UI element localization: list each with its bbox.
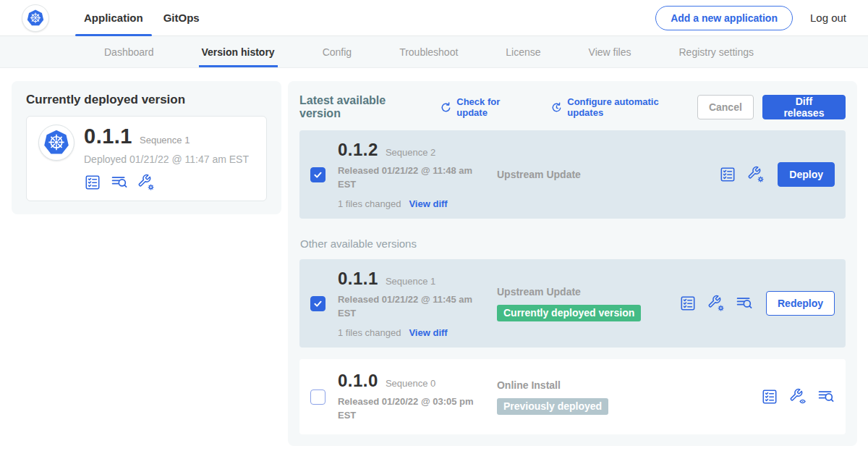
deployed-sequence-label: Sequence 1 [140, 135, 190, 146]
available-versions-panel: Latest available version Check for updat… [288, 81, 857, 446]
top-navbar: Application GitOps Add a new application… [0, 0, 868, 36]
view-files-icon[interactable] [736, 295, 753, 312]
subnav-troubleshoot-label: Troubleshoot [399, 46, 458, 58]
version-number: 0.1.0 [338, 371, 378, 391]
version-source-column: Online Install Previously deployed [497, 379, 679, 415]
deployed-action-icons [84, 174, 249, 191]
subnav-view-files-label: View files [589, 46, 631, 58]
deployed-version-card: 0.1.1 Sequence 1 Deployed 01/21/22 @ 11:… [26, 116, 267, 201]
tab-gitops-label: GitOps [163, 12, 200, 24]
version-info: 0.1.0 Sequence 0 Released 01/20/22 @ 03:… [338, 371, 484, 423]
edit-config-icon[interactable] [747, 166, 765, 183]
subnav-version-history[interactable]: Version history [199, 36, 278, 67]
version-source-label: Upstream Update [497, 286, 679, 298]
check-icon [312, 169, 323, 180]
view-files-icon[interactable] [817, 388, 835, 405]
version-info: 0.1.1 Sequence 1 Released 01/21/22 @ 11:… [338, 269, 484, 338]
subnav-troubleshoot[interactable]: Troubleshoot [396, 36, 461, 67]
deploy-button[interactable]: Deploy [778, 162, 835, 187]
currently-deployed-panel: Currently deployed version 0.1.1 Sequenc… [12, 81, 281, 214]
subnav-license[interactable]: License [503, 36, 543, 67]
released-timestamp: Released 01/20/22 @ 03:05 pm EST [338, 395, 477, 423]
top-right-actions: Add a new application Log out [655, 6, 851, 30]
subnav-dashboard-label: Dashboard [104, 46, 154, 58]
check-for-update-link[interactable]: Check for update [440, 96, 533, 118]
released-timestamp: Released 01/21/22 @ 11:45 am EST [338, 293, 477, 321]
tab-application-label: Application [84, 12, 143, 24]
version-number: 0.1.1 [338, 269, 378, 289]
released-timestamp: Released 01/21/22 @ 11:48 am EST [338, 164, 477, 192]
version-row-0-1-1: 0.1.1 Sequence 1 Released 01/21/22 @ 11:… [299, 259, 846, 348]
sequence-label: Sequence 1 [386, 276, 435, 287]
logout-link[interactable]: Log out [810, 12, 851, 24]
version-number: 0.1.2 [338, 140, 378, 160]
sequence-label: Sequence 0 [386, 378, 435, 389]
version-source-label: Online Install [497, 379, 679, 391]
files-changed-label: 1 files changed [338, 327, 401, 338]
version-checkbox[interactable] [310, 389, 326, 405]
check-for-update-label: Check for update [456, 96, 533, 118]
release-notes-icon[interactable] [761, 388, 778, 405]
other-versions-label: Other available versions [300, 237, 846, 250]
main-content: Currently deployed version 0.1.1 Sequenc… [0, 68, 868, 446]
view-diff-link[interactable]: View diff [409, 198, 447, 209]
subnav-version-history-label: Version history [202, 46, 275, 58]
version-source-label: Upstream Update [497, 169, 679, 180]
deployed-version-info: 0.1.1 Sequence 1 Deployed 01/21/22 @ 11:… [84, 125, 249, 191]
configure-automatic-updates-label: Configure automatic updates [567, 96, 697, 118]
subnav-dashboard[interactable]: Dashboard [101, 36, 157, 67]
edit-config-icon[interactable] [707, 295, 725, 312]
app-subnav: Dashboard Version history Config Trouble… [0, 36, 868, 68]
kubernetes-logo-icon [25, 8, 46, 28]
version-checkbox[interactable] [310, 296, 326, 311]
subnav-license-label: License [506, 46, 540, 58]
app-icon [38, 125, 75, 161]
clock-refresh-icon [550, 101, 563, 114]
version-source-column: Upstream Update Currently deployed versi… [497, 286, 679, 321]
deployed-timestamp: Deployed 01/21/22 @ 11:47 am EST [84, 153, 249, 165]
redeploy-button[interactable]: Redeploy [766, 291, 835, 316]
refresh-icon [440, 101, 452, 114]
previously-deployed-badge: Previously deployed [497, 398, 608, 415]
edit-config-icon[interactable] [137, 174, 155, 191]
tab-gitops[interactable]: GitOps [153, 0, 210, 35]
currently-deployed-badge: Currently deployed version [497, 305, 641, 321]
view-files-icon[interactable] [111, 174, 128, 191]
check-icon [312, 298, 323, 309]
release-notes-icon[interactable] [679, 295, 697, 312]
tab-application[interactable]: Application [74, 0, 153, 35]
kubernetes-logo-icon [41, 127, 72, 158]
subnav-config[interactable]: Config [320, 36, 354, 67]
subnav-view-files[interactable]: View files [586, 36, 634, 67]
subnav-registry-settings-label: Registry settings [678, 46, 753, 58]
deployed-version-number: 0.1.1 [84, 125, 132, 148]
subnav-registry-settings[interactable]: Registry settings [676, 36, 756, 67]
view-config-icon[interactable] [789, 388, 807, 405]
subnav-config-label: Config [323, 46, 352, 58]
deployed-panel-title: Currently deployed version [26, 93, 267, 107]
latest-available-title: Latest available version [299, 94, 430, 120]
diff-releases-button[interactable]: Diff releases [762, 95, 846, 119]
version-source-column: Upstream Update [497, 169, 679, 180]
sequence-label: Sequence 2 [386, 147, 435, 158]
version-actions [761, 388, 835, 405]
view-diff-link[interactable]: View diff [409, 327, 447, 338]
version-checkbox[interactable] [310, 167, 326, 182]
add-application-button[interactable]: Add a new application [655, 6, 793, 30]
version-row-0-1-2: 0.1.2 Sequence 2 Released 01/21/22 @ 11:… [299, 130, 846, 219]
files-changed-label: 1 files changed [338, 198, 401, 209]
release-notes-icon[interactable] [719, 166, 736, 183]
cancel-button[interactable]: Cancel [697, 95, 754, 119]
app-logo [22, 4, 49, 32]
version-info: 0.1.2 Sequence 2 Released 01/21/22 @ 11:… [338, 140, 484, 209]
version-actions: Redeploy [679, 291, 835, 316]
version-actions: Deploy [719, 162, 835, 187]
top-tabs: Application GitOps [74, 0, 210, 35]
release-notes-icon[interactable] [84, 174, 101, 191]
configure-automatic-updates-link[interactable]: Configure automatic updates [550, 96, 697, 118]
version-row-0-1-0: 0.1.0 Sequence 0 Released 01/20/22 @ 03:… [299, 359, 846, 434]
available-versions-header: Latest available version Check for updat… [299, 94, 846, 120]
